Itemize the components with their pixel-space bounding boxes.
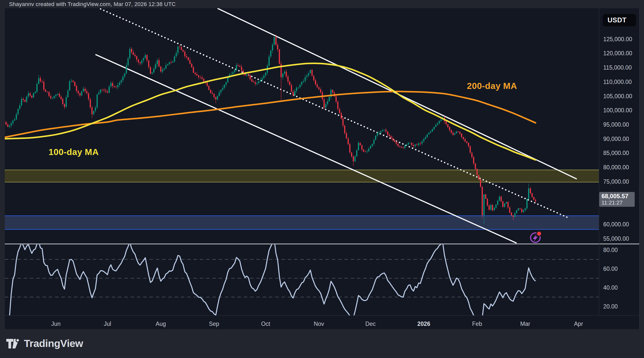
svg-text:Apr: Apr [574,321,583,327]
svg-text:20.00: 20.00 [603,303,618,310]
svg-text:75,000.00: 75,000.00 [603,178,629,185]
ma200-text-label: 200-day MA [467,81,517,91]
svg-text:Feb: Feb [472,321,482,327]
svg-text:60.00: 60.00 [603,266,618,272]
resistance-zone [5,170,599,182]
svg-text:40.00: 40.00 [603,284,618,291]
svg-text:125,000.00: 125,000.00 [603,36,632,42]
chart-area[interactable]: 125,000.00120,000.00115,000.00110,000.00… [5,8,639,329]
svg-text:95,000.00: 95,000.00 [603,121,629,128]
svg-text:Sep: Sep [209,321,219,327]
ma100-text-label: 100-day MA [49,147,99,157]
currency-badge: USDT [603,14,636,26]
svg-text:Nov: Nov [314,321,324,327]
support-zone [5,216,599,229]
svg-text:Jun: Jun [51,321,61,327]
svg-text:120,000.00: 120,000.00 [603,50,632,57]
last-price-value: 68,005.57 [601,193,635,199]
svg-text:Aug: Aug [156,321,166,327]
tradingview-logo-text: TradingView [24,338,83,349]
tradingview-logo-icon [6,338,20,349]
price-chart-canvas[interactable]: 125,000.00120,000.00115,000.00110,000.00… [0,0,644,358]
last-price-label: 68,005.57 11:21:27 [599,192,635,207]
svg-text:Mar: Mar [520,321,530,327]
svg-text:105,000.00: 105,000.00 [603,93,632,99]
svg-text:Dec: Dec [365,321,376,327]
bar-countdown: 11:21:27 [601,199,635,206]
svg-text:60,000.00: 60,000.00 [603,221,629,228]
tradingview-logo[interactable]: TradingView [6,338,83,349]
svg-text:Jul: Jul [104,321,111,327]
svg-text:110,000.00: 110,000.00 [603,79,632,85]
svg-text:90,000.00: 90,000.00 [603,136,629,142]
svg-text:80.00: 80.00 [603,247,618,253]
svg-text:115,000.00: 115,000.00 [603,64,632,71]
svg-text:100,000.00: 100,000.00 [603,107,632,114]
tradingview-snapshot: Shayannv created with TradingView.com, M… [0,0,644,358]
svg-text:80,000.00: 80,000.00 [603,164,629,171]
svg-text:2026: 2026 [417,321,430,327]
svg-text:Oct: Oct [261,321,270,327]
svg-text:55,000.00: 55,000.00 [603,235,629,242]
svg-text:85,000.00: 85,000.00 [603,150,629,156]
